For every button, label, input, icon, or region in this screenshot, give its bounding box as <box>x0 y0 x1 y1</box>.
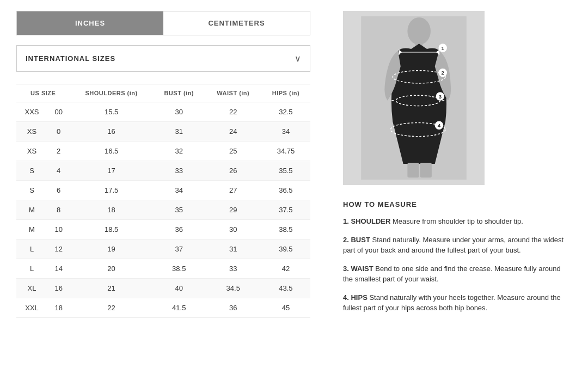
measure-number: 4. <box>343 293 349 302</box>
size-label: XXS <box>16 102 47 122</box>
bust-val: 32 <box>153 142 205 161</box>
size-label: L <box>16 259 47 279</box>
hips-val: 34 <box>261 122 310 142</box>
size-num: 2 <box>47 142 70 161</box>
size-num: 4 <box>47 161 70 181</box>
waist-val: 30 <box>205 220 261 239</box>
shoulders-val: 20 <box>70 259 152 279</box>
centimeters-button[interactable]: CENTIMETERS <box>163 11 310 35</box>
waist-val: 25 <box>205 142 261 161</box>
waist-val: 22 <box>205 102 261 122</box>
how-to-measure-section: HOW TO MEASURE 1. SHOULDER Measure from … <box>343 196 572 314</box>
table-row: XL16214034.543.5 <box>16 279 310 298</box>
size-label: XL <box>16 279 47 298</box>
table-row: S417332635.5 <box>16 161 310 181</box>
hips-val: 38.5 <box>261 220 310 239</box>
waist-val: 36 <box>205 298 261 318</box>
measure-label: SHOULDER <box>351 217 390 225</box>
bust-val: 34 <box>153 181 205 200</box>
measure-label: HIPS <box>351 293 367 302</box>
hips-val: 43.5 <box>261 279 310 298</box>
shoulders-val: 21 <box>70 279 152 298</box>
hips-val: 36.5 <box>261 181 310 200</box>
bust-val: 41.5 <box>153 298 205 318</box>
table-row: XS216.5322534.75 <box>16 142 310 161</box>
size-label: M <box>16 220 47 239</box>
table-row: XXL182241.53645 <box>16 298 310 318</box>
shoulders-val: 16 <box>70 122 152 142</box>
svg-text:2: 2 <box>442 70 444 76</box>
shoulders-val: 15.5 <box>70 102 152 122</box>
measure-item: 3. WAIST Bend to one side and find the c… <box>343 263 572 285</box>
svg-rect-4 <box>420 163 432 177</box>
th-hips: HIPS (in) <box>261 84 310 102</box>
svg-text:3: 3 <box>439 94 442 100</box>
measure-text: Stand naturally with your heels together… <box>343 293 561 312</box>
chevron-down-icon: ∨ <box>295 53 301 64</box>
shoulders-val: 18.5 <box>70 220 152 239</box>
hips-val: 37.5 <box>261 200 310 220</box>
hips-val: 42 <box>261 259 310 279</box>
measure-label: BUST <box>351 236 370 244</box>
size-label: M <box>16 200 47 220</box>
bust-val: 36 <box>153 220 205 239</box>
th-us-size: US SIZE <box>16 84 70 102</box>
svg-text:4: 4 <box>438 122 441 128</box>
measure-number: 1. <box>343 217 349 225</box>
waist-val: 34.5 <box>205 279 261 298</box>
shoulders-val: 16.5 <box>70 142 152 161</box>
measure-item: 2. BUST Stand naturally. Measure under y… <box>343 235 572 256</box>
shoulders-val: 22 <box>70 298 152 318</box>
size-num: 18 <box>47 298 70 318</box>
shoulders-val: 17.5 <box>70 181 152 200</box>
bust-val: 33 <box>153 161 205 181</box>
hips-val: 45 <box>261 298 310 318</box>
table-row: XS016312434 <box>16 122 310 142</box>
hips-val: 35.5 <box>261 161 310 181</box>
size-label: L <box>16 239 47 259</box>
size-table: US SIZE SHOULDERS (in) BUST (in) WAIST (… <box>16 84 310 318</box>
measure-number: 2. <box>343 236 349 244</box>
size-label: XS <box>16 122 47 142</box>
th-waist: WAIST (in) <box>205 84 261 102</box>
size-num: 16 <box>47 279 70 298</box>
shoulders-val: 19 <box>70 239 152 259</box>
size-num: 0 <box>47 122 70 142</box>
waist-val: 27 <box>205 181 261 200</box>
bust-val: 30 <box>153 102 205 122</box>
measure-text: Stand naturally. Measure under your arms… <box>343 236 564 255</box>
svg-rect-3 <box>407 163 419 177</box>
size-num: 12 <box>47 239 70 259</box>
size-label: S <box>16 161 47 181</box>
size-selector-label: INTERNATIONAL SIZES <box>26 54 115 63</box>
size-num: 00 <box>47 102 70 122</box>
size-selector[interactable]: INTERNATIONAL SIZES ∨ <box>16 45 310 72</box>
th-bust: BUST (in) <box>153 84 205 102</box>
left-panel: INCHES CENTIMETERS INTERNATIONAL SIZES ∨… <box>16 11 321 321</box>
table-header-row: US SIZE SHOULDERS (in) BUST (in) WAIST (… <box>16 84 310 102</box>
model-illustration: 1 2 3 4 <box>359 16 468 180</box>
size-num: 10 <box>47 220 70 239</box>
unit-toggle: INCHES CENTIMETERS <box>16 11 310 35</box>
waist-val: 29 <box>205 200 261 220</box>
size-label: S <box>16 181 47 200</box>
bust-val: 40 <box>153 279 205 298</box>
table-row: M1018.5363038.5 <box>16 220 310 239</box>
shoulders-val: 18 <box>70 200 152 220</box>
table-row: S617.5342736.5 <box>16 181 310 200</box>
bust-val: 38.5 <box>153 259 205 279</box>
th-shoulders: SHOULDERS (in) <box>70 84 152 102</box>
size-label: XXL <box>16 298 47 318</box>
measure-item: 1. SHOULDER Measure from shoulder tip to… <box>343 216 572 227</box>
bust-val: 37 <box>153 239 205 259</box>
size-num: 14 <box>47 259 70 279</box>
table-row: M818352937.5 <box>16 200 310 220</box>
table-row: L142038.53342 <box>16 259 310 279</box>
hips-val: 32.5 <box>261 102 310 122</box>
size-label: XS <box>16 142 47 161</box>
inches-button[interactable]: INCHES <box>17 11 163 35</box>
hips-val: 34.75 <box>261 142 310 161</box>
shoulders-val: 17 <box>70 161 152 181</box>
measure-number: 3. <box>343 265 349 273</box>
hips-val: 39.5 <box>261 239 310 259</box>
